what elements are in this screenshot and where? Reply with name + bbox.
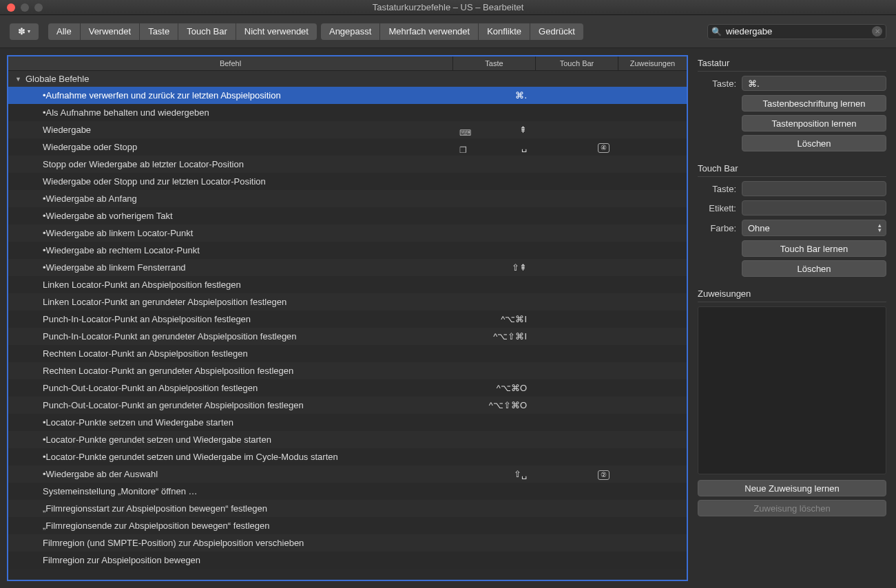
touchbar-taste-field[interactable]: [742, 181, 886, 196]
cell-command: Punch-In-Locator-Punkt an Abspielpositio…: [8, 314, 452, 324]
table-row[interactable]: •Locator-Punkte gerundet setzen und Wied…: [8, 448, 687, 465]
cell-command: •Wiedergabe ab rechtem Locator-Punkt: [8, 245, 452, 255]
table-row[interactable]: Filmregion zur Abspielposition bewegen: [8, 552, 687, 569]
filter-angepasst[interactable]: Angepasst: [321, 23, 379, 40]
content-area: Befehl Taste Touch Bar Zuweisungen ▼Glob…: [0, 48, 896, 588]
table-row[interactable]: Rechten Locator-Punkt an gerundeter Absp…: [8, 362, 687, 379]
filter-nicht-verwendet[interactable]: Nicht verwendet: [236, 23, 317, 40]
table-row[interactable]: Punch-In-Locator-Punkt an gerundeter Abs…: [8, 328, 687, 345]
table-row[interactable]: Stopp oder Wiedergabe ab letzter Locator…: [8, 156, 687, 173]
table-row[interactable]: •Wiedergabe ab der Auswahl⇧␣②: [8, 465, 687, 483]
table-row[interactable]: Filmregion (und SMPTE-Position) zur Absp…: [8, 534, 687, 552]
filter-alle[interactable]: Alle: [48, 23, 80, 40]
cell-key: ⌘.: [452, 90, 535, 101]
group-row[interactable]: ▼Globale Befehle: [8, 71, 687, 87]
table-row[interactable]: •Als Aufnahme behalten und wiedergeben: [8, 104, 687, 121]
delete-assignment-button[interactable]: Zuweisung löschen: [698, 500, 886, 516]
table-row[interactable]: •Aufnahme verwerfen und zurück zur letzt…: [8, 87, 687, 104]
table-row[interactable]: „Filmregionsende zur Abspielposition bew…: [8, 517, 687, 534]
table-header: Befehl Taste Touch Bar Zuweisungen: [8, 56, 687, 71]
cell-command: Rechten Locator-Punkt an Abspielposition…: [8, 348, 452, 359]
header-command[interactable]: Befehl: [8, 56, 452, 70]
cell-command: •Wiedergabe ab Anfang: [8, 193, 452, 204]
cell-command: Filmregion (und SMPTE-Position) zur Absp…: [8, 538, 452, 548]
header-touchbar[interactable]: Touch Bar: [535, 56, 618, 70]
table-row[interactable]: Punch-Out-Locator-Punkt an Abspielpositi…: [8, 379, 687, 397]
cell-command: Systemeinstellung „Monitore“ öffnen …: [8, 486, 452, 496]
table-row[interactable]: •Locator-Punkte gerundet setzen und Wied…: [8, 431, 687, 448]
cell-command: „Filmregionsende zur Abspielposition bew…: [8, 521, 452, 531]
clear-search-icon[interactable]: ✕: [872, 26, 882, 36]
keyboard-delete-button[interactable]: Löschen: [742, 135, 886, 151]
table-row[interactable]: Wiedergabe oder Stopp❐␣④: [8, 138, 687, 156]
table-row[interactable]: Rechten Locator-Punkt an Abspielposition…: [8, 345, 687, 362]
filter-group-1: Alle Verwendet Taste Touch Bar Nicht ver…: [48, 23, 317, 40]
filter-touchbar[interactable]: Touch Bar: [178, 23, 236, 40]
cell-command: „Filmregionsstart zur Abspielposition be…: [8, 503, 452, 514]
table-row[interactable]: Systemeinstellung „Monitore“ öffnen …: [8, 483, 687, 500]
cell-command: •Wiedergabe ab der Auswahl: [8, 469, 452, 479]
cell-key: ^⌥⌘I: [452, 314, 535, 324]
close-icon[interactable]: [7, 3, 15, 12]
search-input[interactable]: [707, 24, 886, 39]
filter-taste[interactable]: Taste: [140, 23, 178, 40]
command-table: Befehl Taste Touch Bar Zuweisungen ▼Glob…: [7, 55, 688, 581]
gear-menu-button[interactable]: ✽▾: [10, 23, 39, 40]
touchbar-farbe-select[interactable]: Ohne ▴▾: [742, 220, 886, 236]
cell-command: Stopp oder Wiedergabe ab letzter Locator…: [8, 159, 452, 169]
touchbar-etikett-field[interactable]: [742, 200, 886, 216]
cell-touchbar: ②: [535, 469, 618, 480]
table-row[interactable]: •Wiedergabe ab Anfang: [8, 190, 687, 207]
table-row[interactable]: Punch-In-Locator-Punkt an Abspielpositio…: [8, 311, 687, 328]
toolbar: ✽▾ Alle Verwendet Taste Touch Bar Nicht …: [0, 15, 896, 48]
cell-key: ⇧⇞: [452, 262, 535, 273]
table-row[interactable]: „Filmregionsstart zur Abspielposition be…: [8, 500, 687, 517]
filter-gedrueckt[interactable]: Gedrückt: [530, 23, 583, 40]
learn-key-position-button[interactable]: Tastenposition lernen: [742, 115, 886, 132]
filter-group-2: Angepasst Mehrfach verwendet Konflikte G…: [321, 23, 583, 40]
cell-touchbar: ④: [535, 142, 618, 153]
table-row[interactable]: Linken Locator-Punkt an Abspielposition …: [8, 276, 687, 293]
table-row[interactable]: Punch-Out-Locator-Punkt an gerundeter Ab…: [8, 397, 687, 414]
keyboard-section: Tastatur Taste: Tastenbeschriftung lerne…: [698, 55, 886, 155]
window-title: Tastaturkurzbefehle – US – Bearbeitet: [373, 2, 524, 12]
touchbar-section-title: Touch Bar: [698, 160, 886, 177]
table-row[interactable]: •Wiedergabe ab vorherigem Takt: [8, 207, 687, 224]
new-assignment-button[interactable]: Neue Zuweisung lernen: [698, 480, 886, 496]
table-body[interactable]: ▼Globale Befehle•Aufnahme verwerfen und …: [8, 71, 687, 580]
key-indicator-icon: ⌨: [459, 128, 471, 138]
filter-mehrfach[interactable]: Mehrfach verwendet: [380, 23, 478, 40]
touchbar-etikett-label: Etikett:: [698, 203, 736, 213]
header-key[interactable]: Taste: [452, 56, 535, 70]
cell-command: •Wiedergabe ab linkem Locator-Punkt: [8, 228, 452, 238]
cell-command: •Locator-Punkte setzen und Wiedergabe st…: [8, 417, 452, 428]
cell-command: •Wiedergabe ab linkem Fensterrand: [8, 262, 452, 273]
touchbar-delete-button[interactable]: Löschen: [742, 260, 886, 277]
chevron-down-icon: ▾: [28, 28, 30, 34]
zoom-icon: [34, 3, 43, 12]
assignments-list[interactable]: [698, 306, 886, 474]
assignments-section-title: Zuweisungen: [698, 286, 886, 302]
table-row[interactable]: •Wiedergabe ab linkem Locator-Punkt: [8, 224, 687, 242]
cell-key: ⌨⇞: [452, 125, 535, 135]
table-row[interactable]: Wiedergabe⌨⇞: [8, 121, 687, 138]
table-row[interactable]: Linken Locator-Punkt an gerundeter Abspi…: [8, 293, 687, 311]
cell-command: Filmregion zur Abspielposition bewegen: [8, 555, 452, 565]
search-field-wrap: 🔍 ✕: [707, 24, 886, 39]
cell-command: Linken Locator-Punkt an Abspielposition …: [8, 280, 452, 290]
keyboard-taste-field[interactable]: [742, 76, 886, 91]
touchbar-learn-button[interactable]: Touch Bar lernen: [742, 240, 886, 257]
select-arrows-icon: ▴▾: [878, 223, 882, 233]
filter-konflikte[interactable]: Konflikte: [479, 23, 530, 40]
keyboard-taste-label: Taste:: [698, 78, 736, 89]
table-row[interactable]: •Wiedergabe ab linkem Fensterrand⇧⇞: [8, 259, 687, 276]
cell-command: Rechten Locator-Punkt an gerundeter Absp…: [8, 366, 452, 376]
table-row[interactable]: Wiedergabe oder Stopp und zur letzten Lo…: [8, 173, 687, 190]
window: Tastaturkurzbefehle – US – Bearbeitet ✽▾…: [0, 0, 896, 588]
table-row[interactable]: •Wiedergabe ab rechtem Locator-Punkt: [8, 242, 687, 259]
group-label: Globale Befehle: [25, 74, 90, 84]
learn-key-label-button[interactable]: Tastenbeschriftung lernen: [742, 95, 886, 112]
header-assignments[interactable]: Zuweisungen: [618, 56, 687, 70]
table-row[interactable]: •Locator-Punkte setzen und Wiedergabe st…: [8, 414, 687, 431]
filter-verwendet[interactable]: Verwendet: [81, 23, 139, 40]
